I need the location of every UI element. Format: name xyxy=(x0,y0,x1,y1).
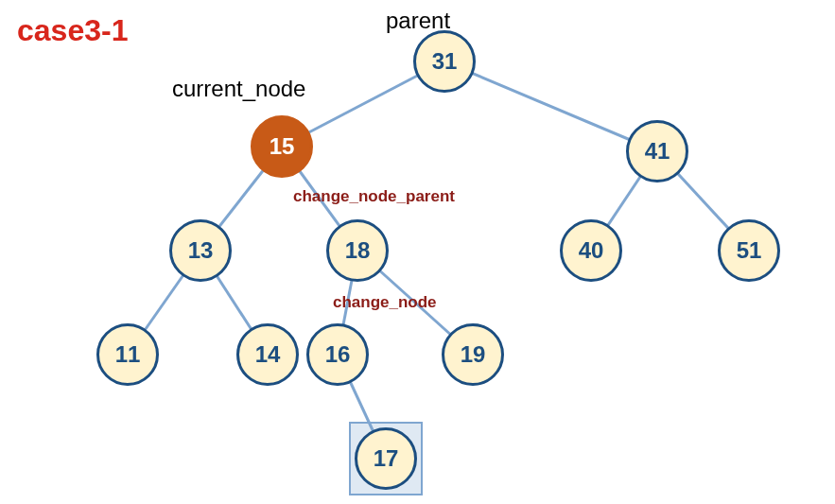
tree-node-17: 17 xyxy=(355,427,417,490)
tree-node-19: 19 xyxy=(442,323,504,386)
label-change-node: change_node xyxy=(333,293,437,312)
tree-node-16: 16 xyxy=(306,323,369,386)
tree-node-41: 41 xyxy=(626,120,688,182)
tree-node-31: 31 xyxy=(413,30,476,93)
diagram-title: case3-1 xyxy=(17,13,128,48)
tree-node-40: 40 xyxy=(560,219,622,282)
tree-node-18: 18 xyxy=(326,219,389,282)
label-current-node: current_node xyxy=(172,76,305,102)
label-change-node-parent: change_node_parent xyxy=(293,187,455,206)
tree-node-11: 11 xyxy=(96,323,159,386)
tree-node-13: 13 xyxy=(169,219,232,282)
tree-edge xyxy=(444,61,657,151)
tree-node-15: 15 xyxy=(251,115,313,178)
tree-node-51: 51 xyxy=(718,219,780,282)
tree-node-14: 14 xyxy=(236,323,299,386)
tree-diagram: { "title": "case3-1", "labels": { "paren… xyxy=(0,0,835,504)
